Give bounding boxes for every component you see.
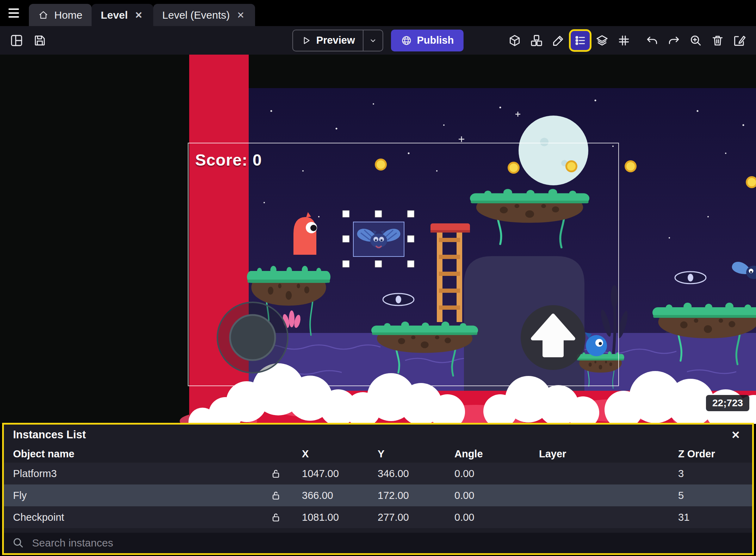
column-object-name: Object name — [13, 448, 270, 460]
instance-x: 366.00 — [302, 490, 378, 501]
tab-level[interactable]: Level ✕ — [92, 4, 153, 26]
instances-table-header: Object name X Y Angle Layer Z Order — [4, 445, 752, 463]
cursor-coordinates-badge: 22;723 — [706, 395, 749, 411]
preview-button[interactable]: Preview — [292, 30, 383, 51]
tab-home-label: Home — [54, 9, 82, 21]
instance-row[interactable]: Fly 366.00 172.00 0.00 5 — [4, 484, 752, 506]
lock-toggle[interactable] — [270, 468, 302, 479]
instance-y: 172.00 — [378, 490, 454, 501]
objects-panel-icon[interactable] — [505, 31, 524, 50]
column-angle: Angle — [454, 448, 539, 460]
instance-x: 1081.00 — [302, 512, 378, 523]
instance-name: Checkpoint — [13, 512, 270, 523]
play-icon — [301, 35, 311, 46]
grid-icon[interactable] — [614, 31, 633, 50]
instance-angle: 0.00 — [454, 468, 539, 480]
close-icon[interactable]: ✕ — [729, 427, 743, 443]
column-layer: Layer — [539, 448, 678, 460]
search-input[interactable] — [31, 537, 744, 549]
object-groups-icon[interactable] — [527, 31, 546, 50]
instance-y: 277.00 — [378, 512, 454, 523]
preview-button-label: Preview — [316, 35, 355, 46]
instance-y: 346.00 — [378, 468, 454, 480]
home-icon — [38, 10, 49, 20]
tab-level-events[interactable]: Level (Events) ✕ — [153, 4, 255, 26]
preview-dropdown-button[interactable] — [363, 30, 382, 51]
column-y: Y — [378, 448, 454, 460]
zoom-icon[interactable] — [686, 31, 705, 50]
lock-toggle[interactable] — [270, 512, 302, 523]
tab-level-label: Level — [101, 9, 128, 21]
menu-icon[interactable] — [6, 5, 22, 21]
column-z-order: Z Order — [678, 448, 752, 460]
swamp-eyes[interactable] — [675, 272, 706, 284]
instance-z-order: 3 — [678, 468, 752, 480]
instance-x: 1047.00 — [302, 468, 378, 480]
instance-name: Platform3 — [13, 468, 270, 480]
redo-icon[interactable] — [664, 31, 683, 50]
scene-editor-canvas[interactable]: Score: 0 22;723 — [0, 55, 756, 424]
instance-z-order: 31 — [678, 512, 752, 523]
close-icon[interactable]: ✕ — [235, 9, 246, 21]
column-x: X — [302, 448, 378, 460]
jump-button[interactable] — [521, 305, 585, 370]
scene-render — [0, 55, 756, 424]
instance-angle: 0.00 — [454, 512, 539, 523]
chevron-down-icon — [368, 36, 377, 45]
instance-row[interactable]: Platform3 1047.00 346.00 0.00 3 — [4, 463, 752, 484]
fly-enemy-selected[interactable] — [353, 222, 404, 257]
tab-level-events-label: Level (Events) — [162, 9, 230, 21]
publish-button-label: Publish — [417, 35, 454, 46]
instances-panel-title: Instances List — [13, 428, 86, 441]
lock-toggle[interactable] — [270, 490, 302, 501]
moon[interactable] — [519, 116, 588, 185]
instance-name: Fly — [13, 490, 270, 501]
score-hud-text: Score: 0 — [195, 150, 262, 169]
globe-icon — [401, 35, 412, 46]
search-icon — [12, 537, 24, 549]
close-icon[interactable]: ✕ — [134, 9, 144, 21]
publish-button[interactable]: Publish — [391, 30, 464, 51]
swamp-eyes[interactable] — [383, 294, 414, 305]
joystick-control[interactable] — [217, 302, 288, 373]
delete-icon[interactable] — [708, 31, 727, 50]
instances-list-icon[interactable] — [571, 31, 590, 50]
instance-angle: 0.00 — [454, 490, 539, 501]
panel-layout-icon[interactable] — [7, 31, 26, 50]
edit-scene-icon[interactable] — [730, 31, 749, 50]
tab-bar: Home Level ✕ Level (Events) ✕ — [0, 0, 756, 26]
properties-icon[interactable] — [549, 31, 568, 50]
layers-icon[interactable] — [593, 31, 612, 50]
tab-home[interactable]: Home — [29, 4, 92, 26]
instance-z-order: 5 — [678, 490, 752, 501]
instances-panel: Instances List ✕ Object name X Y Angle L… — [2, 423, 754, 555]
undo-icon[interactable] — [643, 31, 662, 50]
save-icon[interactable] — [30, 31, 49, 50]
instance-row[interactable]: Checkpoint 1081.00 277.00 0.00 31 — [4, 506, 752, 528]
search-bar — [4, 533, 752, 553]
scene-toolbar: Preview Publish — [0, 26, 756, 55]
